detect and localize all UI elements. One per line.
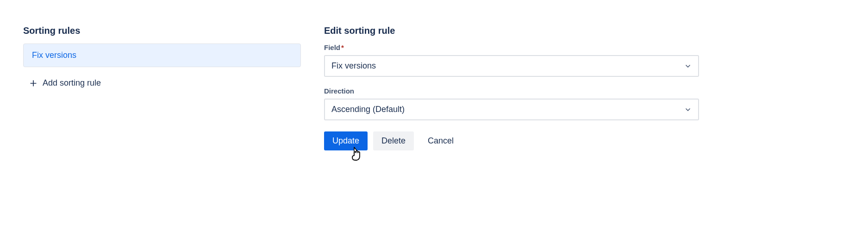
- cancel-button[interactable]: Cancel: [419, 131, 462, 150]
- chevron-down-icon: [684, 62, 692, 70]
- direction-label: Direction: [324, 87, 699, 95]
- update-button[interactable]: Update: [324, 131, 368, 150]
- plus-icon: [29, 79, 38, 88]
- field-select-value: Fix versions: [331, 61, 376, 71]
- add-sorting-rule-label: Add sorting rule: [43, 78, 101, 88]
- field-label: Field*: [324, 44, 699, 51]
- delete-button[interactable]: Delete: [373, 131, 414, 150]
- add-sorting-rule-button[interactable]: Add sorting rule: [23, 75, 106, 92]
- sorting-rule-label: Fix versions: [32, 50, 76, 60]
- sorting-rules-heading: Sorting rules: [23, 25, 301, 36]
- edit-sorting-rule-panel: Edit sorting rule Field* Fix versions Di…: [324, 25, 699, 150]
- field-group-direction: Direction Ascending (Default): [324, 87, 699, 120]
- chevron-down-icon: [684, 106, 692, 113]
- field-group-field: Field* Fix versions: [324, 44, 699, 77]
- direction-select[interactable]: Ascending (Default): [324, 99, 699, 120]
- direction-label-text: Direction: [324, 87, 354, 95]
- edit-sorting-rule-heading: Edit sorting rule: [324, 25, 699, 36]
- field-select[interactable]: Fix versions: [324, 55, 699, 77]
- direction-select-value: Ascending (Default): [331, 105, 405, 114]
- sorting-rules-panel: Sorting rules Fix versions Add sorting r…: [23, 25, 301, 150]
- field-label-text: Field: [324, 44, 340, 51]
- sorting-rule-item[interactable]: Fix versions: [23, 44, 301, 67]
- action-buttons: Update Delete Cancel: [324, 131, 699, 150]
- required-asterisk: *: [341, 44, 344, 51]
